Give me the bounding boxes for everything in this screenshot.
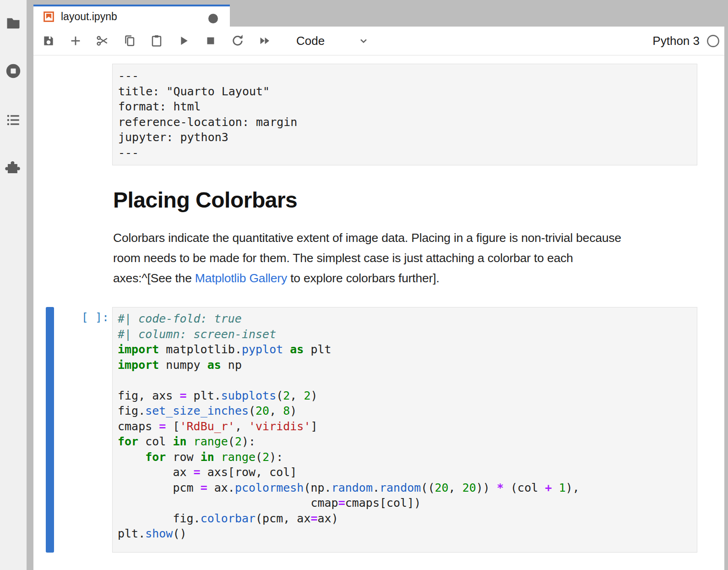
restart-run-all-button[interactable] xyxy=(258,34,272,48)
fast-forward-icon xyxy=(258,34,272,48)
code-cell-source[interactable]: #| code-fold: true #| column: screen-ins… xyxy=(112,307,697,553)
interrupt-kernel-button[interactable] xyxy=(204,34,217,48)
run-cell-button[interactable] xyxy=(177,34,190,48)
stop-circle-icon xyxy=(5,62,22,80)
copy-icon xyxy=(123,34,136,48)
markdown-paragraph: Colorbars indicate the quantitative exte… xyxy=(113,228,708,288)
markdown-heading: Placing Colorbars xyxy=(113,187,297,213)
cell-type-dropdown[interactable]: Code xyxy=(296,34,369,48)
copy-cells-button[interactable] xyxy=(123,34,136,48)
paragraph-line: axes:^[See the Matplotlib Gallery to exp… xyxy=(113,268,708,288)
tab-title: layout.ipynb xyxy=(61,11,117,23)
kernel-area: Python 3 xyxy=(652,34,724,48)
cell-type-value: Code xyxy=(296,34,325,48)
paragraph-line: room needs to be made for them. The simp… xyxy=(113,248,708,268)
matplotlib-gallery-link[interactable]: Matplotlib Gallery xyxy=(195,271,287,285)
restart-kernel-button[interactable] xyxy=(231,34,244,48)
tab-bar: layout.ipynb xyxy=(33,0,724,27)
notebook-content: --- title: "Quarto Layout" format: html … xyxy=(33,55,724,570)
restart-icon xyxy=(231,34,244,48)
play-icon xyxy=(177,34,190,48)
notebook-toolbar: Code Python 3 xyxy=(33,27,724,55)
window-gutter-left xyxy=(27,0,33,570)
kernel-name[interactable]: Python 3 xyxy=(652,34,700,48)
folder-icon xyxy=(5,15,22,31)
kernel-idle-circle-icon xyxy=(706,34,720,48)
sidebar-item-table-of-contents[interactable] xyxy=(0,110,27,130)
sidebar-item-file-browser[interactable] xyxy=(0,13,27,33)
scissors-icon xyxy=(96,34,109,48)
sidebar-item-running-kernels[interactable] xyxy=(0,61,27,81)
unsaved-changes-indicator xyxy=(208,14,218,23)
paragraph-line: Colorbars indicate the quantitative exte… xyxy=(113,228,708,248)
cut-cells-button[interactable] xyxy=(96,34,109,48)
plus-icon xyxy=(69,34,82,48)
stop-icon xyxy=(204,34,217,48)
raw-cell-source[interactable]: --- title: "Quarto Layout" format: html … xyxy=(112,64,697,165)
list-icon xyxy=(5,112,22,128)
save-icon xyxy=(42,34,55,48)
notebook-panel: layout.ipynb xyxy=(33,0,724,570)
paste-icon xyxy=(150,34,163,48)
save-button[interactable] xyxy=(42,34,55,48)
puzzle-icon xyxy=(5,159,22,176)
chevron-down-icon xyxy=(358,35,369,47)
jupyterlab-window: layout.ipynb xyxy=(0,0,728,570)
cell-input-prompt: [ ]: xyxy=(52,311,109,324)
tab-layout-ipynb[interactable]: layout.ipynb xyxy=(33,5,230,27)
insert-cell-button[interactable] xyxy=(69,34,82,48)
notebook-icon xyxy=(43,11,55,23)
window-gutter-right xyxy=(724,0,728,570)
paste-cells-button[interactable] xyxy=(150,34,163,48)
left-activity-bar xyxy=(0,0,27,570)
sidebar-item-extension-manager[interactable] xyxy=(0,158,27,178)
selected-cell-collapser[interactable] xyxy=(46,307,54,553)
